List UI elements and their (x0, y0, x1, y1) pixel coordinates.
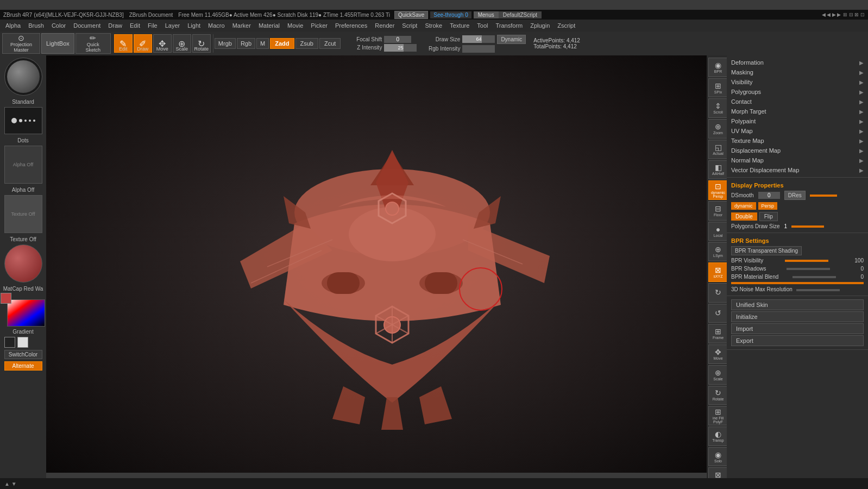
menu-item-script[interactable]: Script (399, 21, 420, 30)
lightbox-button[interactable]: LightBox (41, 33, 74, 54)
export-button[interactable]: Export (731, 335, 864, 346)
menu-item-texture[interactable]: Texture (446, 21, 473, 30)
viewport[interactable] (46, 55, 727, 473)
menu-item-alpha[interactable]: Alpha (2, 21, 24, 30)
menu-item-material[interactable]: Material (255, 21, 283, 30)
brush-preview[interactable] (4, 58, 42, 96)
initialize-button[interactable]: Initialize (731, 311, 864, 322)
poly-draw-slider[interactable] (791, 225, 824, 228)
right-icon-SPix[interactable]: ⊞SPix (708, 78, 728, 98)
alternate-button[interactable]: Alternate (4, 361, 42, 371)
zsub-button[interactable]: Zsub (295, 38, 318, 49)
right-icon-Zoom[interactable]: ⊕Zoom (708, 119, 728, 139)
texture-preview[interactable]: Texture Off (4, 195, 42, 233)
double-button[interactable]: Double (731, 212, 757, 221)
menu-item-preferences[interactable]: Preferences (332, 21, 370, 30)
menus-button[interactable]: Menus (474, 11, 499, 18)
right-icon-Transp[interactable]: ◐Transp (708, 427, 728, 446)
switch-color-button[interactable]: SwitchColor (4, 350, 42, 359)
menu-item-picker[interactable]: Picker (307, 21, 331, 30)
focal-shift-input[interactable]: 0 (384, 36, 411, 43)
menu-item-movie[interactable]: Movie (284, 21, 306, 30)
right-icon-Scale[interactable]: ⊕Scale (708, 365, 728, 385)
move-button[interactable]: ✥ Move (153, 34, 172, 53)
rotate-button[interactable]: ↻ Rotate (192, 34, 211, 53)
vector-displacement-map-item[interactable]: Vector Displacement Map ▶ (731, 165, 864, 175)
right-icon-btn-12[interactable]: ↺ (708, 304, 728, 323)
masking-item[interactable]: Masking ▶ (731, 67, 864, 77)
right-icon-Solo[interactable]: ◉Solo (708, 447, 728, 467)
import-button[interactable]: Import (731, 323, 864, 334)
deformation-item[interactable]: Deformation ▶ (731, 58, 864, 67)
quick-sketch-button[interactable]: ✏ QuickSketch (76, 33, 111, 54)
menu-item-color[interactable]: Color (48, 21, 69, 30)
quicksave-button[interactable]: QuickSave (394, 11, 428, 19)
menu-item-render[interactable]: Render (372, 21, 398, 30)
dres-slider[interactable] (810, 195, 837, 197)
m-button[interactable]: M (256, 38, 269, 49)
gradient-light[interactable] (17, 337, 28, 348)
draw-size-slider[interactable]: 64 (462, 35, 495, 43)
visibility-item[interactable]: Visibility ▶ (731, 77, 864, 87)
persp-button[interactable]: Persp (758, 202, 778, 210)
menu-item-file[interactable]: File (144, 21, 161, 30)
texture-map-item[interactable]: Texture Map ▶ (731, 136, 864, 146)
default-script-button[interactable]: DefaultZScript (499, 11, 542, 18)
menu-item-edit[interactable]: Edit (127, 21, 143, 30)
zcut-button[interactable]: Zcut (319, 38, 341, 49)
draw-button[interactable]: ✐ Draw (134, 34, 152, 53)
contact-item[interactable]: Contact ▶ (731, 97, 864, 106)
menu-item-zscript[interactable]: Zscript (554, 21, 578, 30)
menu-item-stroke[interactable]: Stroke (422, 21, 445, 30)
dres-button[interactable]: DRes (784, 191, 806, 200)
alpha-preview[interactable]: Alpha Off (4, 146, 42, 184)
see-through-button[interactable]: See-through 0 (430, 11, 471, 18)
right-icon-btn-11[interactable]: ↻ (708, 283, 728, 303)
menu-item-brush[interactable]: Brush (25, 21, 47, 30)
right-icon-LSym[interactable]: ⊕LSym (708, 242, 728, 261)
dots-preview[interactable] (4, 107, 42, 134)
right-icon-sXYZ[interactable]: ⊠sXYZ (708, 262, 728, 282)
uv-map-item[interactable]: UV Map ▶ (731, 126, 864, 136)
edit-button[interactable]: ✎ Edit (114, 34, 133, 53)
menu-item-light[interactable]: Light (184, 21, 204, 30)
right-icon-Move[interactable]: ✥Move (708, 344, 728, 364)
mrgb-button[interactable]: Mrgb (215, 38, 236, 49)
noise-max-slider[interactable] (796, 289, 840, 291)
right-icon-Local[interactable]: ●Local (708, 222, 728, 241)
scale-button[interactable]: ⊕ Scale (173, 34, 191, 53)
z-intensity-slider[interactable]: 25 (384, 44, 417, 52)
color-picker[interactable] (7, 299, 45, 327)
displacement-map-item[interactable]: Displacement Map ▶ (731, 146, 864, 155)
rgb-button[interactable]: Rgb (237, 38, 255, 49)
menu-item-macro[interactable]: Macro (205, 21, 228, 30)
gradient-dark[interactable] (4, 337, 15, 348)
polygroups-item[interactable]: Polygroups ▶ (731, 87, 864, 97)
dynamic-button[interactable]: dynamic (731, 202, 756, 210)
bpr-extra-slider[interactable] (731, 282, 864, 284)
right-icon-BPR[interactable]: ◉BPR (708, 58, 728, 77)
menu-item-document[interactable]: Document (70, 21, 104, 30)
bpr-visibility-slider[interactable] (785, 260, 828, 262)
right-icon-Floor[interactable]: ⊟Floor (708, 201, 728, 221)
right-icon-ine Fill
PolyF[interactable]: ⊞ine Fill PolyF (708, 406, 728, 425)
zadd-button[interactable]: Zadd (270, 38, 294, 49)
unified-skin-button[interactable]: Unified Skin (731, 299, 864, 310)
menu-item-marker[interactable]: Marker (229, 21, 254, 30)
right-icon-dynamic
Persp[interactable]: ⊡dynamic Persp (708, 180, 728, 200)
morph-target-item[interactable]: Morph Target ▶ (731, 106, 864, 116)
right-icon-Actual[interactable]: ◱Actual (708, 140, 728, 159)
polypaint-item[interactable]: Polypaint ▶ (731, 116, 864, 126)
bpr-material-blend-slider[interactable] (792, 276, 836, 278)
menu-item-draw[interactable]: Draw (105, 21, 125, 30)
menu-item-zplugin[interactable]: Zplugin (527, 21, 553, 30)
foreground-color[interactable] (1, 293, 11, 304)
right-icon-AAHalf[interactable]: ◧AAHalf (708, 160, 728, 180)
material-preview[interactable] (4, 244, 42, 283)
right-icon-Rotate[interactable]: ↻Rotate (708, 386, 728, 405)
bpr-transparent-button[interactable]: BPR Transparent Shading (731, 246, 802, 255)
menu-item-layer[interactable]: Layer (162, 21, 184, 30)
right-icon-Scroll[interactable]: ⇕Scroll (708, 98, 728, 118)
bpr-shadows-slider[interactable] (787, 268, 830, 270)
dsmooth-input[interactable] (758, 192, 780, 199)
